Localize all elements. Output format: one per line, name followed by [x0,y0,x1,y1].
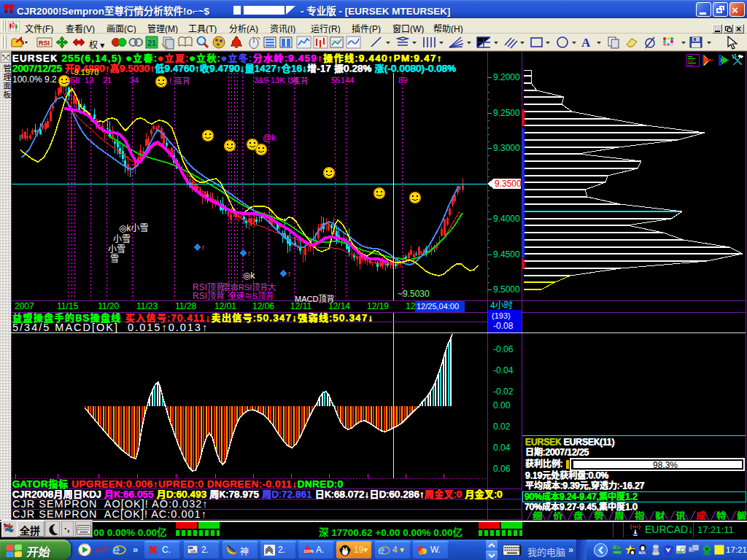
svg-text:RSI: RSI [39,39,50,47]
svg-text:21: 21 [147,39,156,47]
svg-text:120%: 120% [303,549,314,553]
svg-text:N/A: N/A [639,551,646,555]
svg-text:98.3%: 98.3% [653,460,678,470]
svg-text:A: A [581,36,591,50]
svg-text:e: e [112,542,120,557]
svg-text:VA: VA [190,549,196,553]
